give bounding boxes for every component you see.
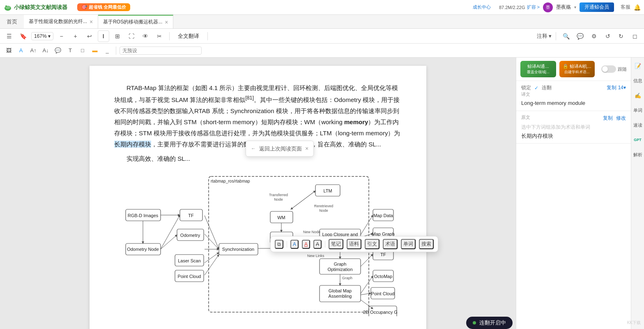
notes-edge-btn[interactable]: 📝 [633, 61, 643, 71]
columns-btn[interactable]: ⊞ [112, 30, 123, 42]
lock-check-icon: ✓ [534, 85, 538, 91]
tab-1[interactable]: 基于性能退化数据的光纤... × [24, 15, 98, 28]
scissors-btn[interactable]: ✂ [154, 30, 165, 42]
promo-banner[interactable]: 🎯 超省钱 全网最低价 [77, 3, 130, 11]
fit-width-btn[interactable]: ↩ [84, 30, 95, 42]
full-translate-btn[interactable]: 全文翻译 [174, 32, 203, 40]
whale-ai-line2: 自建学科术语... [561, 70, 593, 75]
expand-btn[interactable]: 扩容 > [527, 4, 540, 10]
promo-text: 超省钱 全网最低价 [89, 4, 126, 10]
note-btn[interactable]: 注释 ▾ [537, 32, 552, 40]
service-button[interactable]: 客服 [621, 4, 630, 11]
fullscreen-btn[interactable]: ⛶ [126, 30, 137, 42]
comment-btn[interactable]: 💬 [574, 30, 586, 42]
cursor-btn[interactable]: I [98, 30, 109, 42]
svg-text:New Links: New Links [307, 254, 324, 258]
rect-btn[interactable]: □ [77, 45, 88, 56]
translation-text: Long-term memory module [521, 99, 626, 107]
toggle-track[interactable] [601, 65, 616, 73]
original-section: 原文 复制 修改 选中下方词组添加为术语和单词 长期内存模块 [516, 111, 631, 144]
redo-btn[interactable]: ↻ [615, 30, 627, 42]
font-size-down-btn[interactable]: A↓ [40, 45, 51, 56]
note-dropdown[interactable]: ▾ [549, 33, 552, 39]
username: 墨夜殇 [556, 4, 571, 11]
svg-text:Global Map: Global Map [329, 288, 352, 293]
original-copy-btn[interactable]: 复制 [603, 115, 613, 122]
word-sel-btn[interactable]: 单词 [401, 239, 416, 249]
font-color-btn[interactable]: A [16, 45, 26, 56]
book-edge-btn[interactable]: 单词 [633, 105, 643, 115]
citation-sel-btn[interactable]: 引文 [365, 239, 380, 249]
font-a-btn[interactable]: A [290, 240, 299, 249]
follow-toggle[interactable]: 跟随 [601, 65, 627, 73]
analysis-edge-btn[interactable]: 解析 [633, 150, 643, 160]
whale-ai-btn[interactable]: 🔒 鲸译AI机... 自建学科术语... [559, 61, 595, 77]
vip-button[interactable]: 开通鲸会员 [580, 2, 614, 12]
tab-2-close[interactable]: × [165, 19, 168, 25]
svg-text:WM: WM [277, 215, 285, 220]
font-c-btn[interactable]: A [313, 240, 322, 249]
back-to-last-read-popup[interactable]: ← 返回上次阅读页面 × [246, 141, 314, 157]
document-area[interactable]: ← 返回上次阅读页面 × RTAB-Map 算法的框架（如图 4.1 所示）主要… [0, 58, 516, 329]
growth-center-btn[interactable]: 成长中心 [473, 4, 491, 10]
svg-line-72 [361, 293, 371, 295]
copy-count-btn[interactable]: 复制 14▾ [607, 84, 626, 91]
main-area: ← 返回上次阅读页面 × RTAB-Map 算法的框架（如图 4.1 所示）主要… [0, 58, 644, 329]
app-title: 小绿鲸英文文献阅读器 [14, 4, 67, 11]
eye-btn[interactable]: 👁 [140, 30, 151, 42]
font-size-up-btn[interactable]: A↑ [28, 45, 39, 56]
bell-icon[interactable]: 🔔 [634, 4, 641, 11]
link-label: 连翻 [542, 84, 552, 91]
logo-icon [3, 3, 12, 12]
whale-translate-btn[interactable]: 鲸译AI通... 覆盖全领域|... [520, 61, 556, 77]
tab-1-label: 基于性能退化数据的光纤... [29, 18, 87, 25]
right-edge-panel: 📝 信息 ✍ 单词 速读 GPT 解析 [631, 58, 644, 329]
comment2-btn[interactable]: 💬 [53, 45, 63, 56]
continuous-translate-bar[interactable]: 连翻开启中 [466, 317, 513, 329]
svg-text:Transferred: Transferred [269, 193, 288, 197]
search-btn[interactable]: 🔍 [560, 30, 572, 42]
svg-text:2D Occupancy Grid: 2D Occupancy Grid [363, 310, 398, 315]
svg-text:Point Cloud: Point Cloud [371, 291, 395, 296]
chatgpt-edge-btn[interactable]: GPT [633, 135, 643, 145]
translation-section: 锁定 ✓ 连翻 复制 14▾ 译文 Long-term memory modul… [516, 81, 631, 111]
preset-input[interactable] [120, 46, 202, 55]
search-sel-btn[interactable]: 搜索 [419, 239, 434, 249]
tab-1-close[interactable]: × [90, 19, 93, 25]
note-sel-btn[interactable]: 笔记 [329, 239, 343, 249]
svg-line-41 [161, 235, 177, 249]
write-edge-btn[interactable]: ✍ [633, 90, 643, 100]
main-toolbar: ☰ 🔖 167% ▾ − + ↩ I ⊞ ⛶ 👁 ✂ 全文翻译 注释 ▾ 🔍 💬… [0, 29, 644, 44]
zoom-in-btn[interactable]: + [70, 30, 81, 42]
sidebar-toggle-btn[interactable]: ☰ [3, 30, 15, 42]
info-edge-btn[interactable]: 信息 [633, 76, 643, 86]
dropdown-icon[interactable]: ▾ [574, 5, 576, 9]
eraser-btn[interactable]: ◻ [629, 30, 641, 42]
underline-btn[interactable]: _ [102, 45, 113, 56]
image-btn[interactable]: 🖼 [3, 45, 14, 56]
text-btn[interactable]: T [65, 45, 76, 56]
tooltip-close-btn[interactable]: × [305, 144, 308, 154]
speed-edge-btn[interactable]: 速读 [633, 120, 643, 130]
copy-format-btn[interactable]: ⧉ [275, 240, 283, 249]
divider-1 [287, 241, 287, 248]
svg-text:RGB-D Images: RGB-D Images [128, 213, 159, 218]
corpus-sel-btn[interactable]: 语料 [347, 239, 361, 249]
svg-text:New Node: New Node [303, 230, 320, 234]
whale-translate-line2: 覆盖全领域|... [522, 70, 554, 75]
bookmark-btn[interactable]: 🔖 [17, 30, 29, 42]
undo-btn[interactable]: ↺ [602, 30, 614, 42]
zoom-dropdown-icon[interactable]: ▾ [48, 33, 51, 39]
zoom-out-btn[interactable]: − [56, 30, 67, 42]
memory-info: 成长中心 87.2M/2.22G 扩容 > [473, 4, 540, 10]
term-sel-btn[interactable]: 术语 [383, 239, 398, 249]
svg-text:Odometry Node: Odometry Node [127, 247, 159, 252]
home-tab[interactable]: 首页 [0, 15, 24, 28]
original-edit-btn[interactable]: 修改 [616, 115, 626, 122]
lock-label: 锁定 [521, 84, 531, 91]
font-b-btn[interactable]: A [302, 240, 310, 249]
settings-btn[interactable]: ⚙ [588, 30, 600, 42]
highlight-btn[interactable]: ▬ [90, 45, 100, 56]
trans-label: 译文 [521, 91, 626, 97]
tab-2[interactable]: 基于ROS的移动搬运机器... × [98, 15, 173, 28]
